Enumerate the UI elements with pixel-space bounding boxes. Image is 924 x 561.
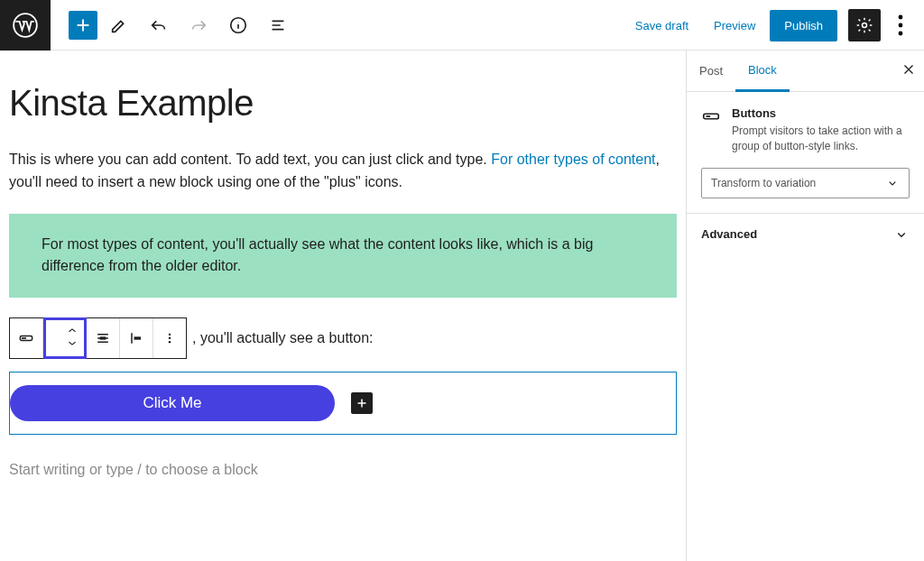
svg-point-16 (169, 334, 171, 336)
callout-text: For most types of content, you'll actual… (42, 236, 593, 274)
block-more-button[interactable] (153, 318, 186, 358)
svg-point-3 (899, 15, 903, 20)
block-description: Prompt visitors to take action with a gr… (732, 124, 910, 155)
plus-icon (354, 395, 370, 411)
plus-icon (73, 15, 93, 35)
settings-sidebar: Post Block Buttons Prompt visitors to ta… (686, 51, 924, 561)
workspace: Kinsta Example This is where you can add… (0, 51, 924, 561)
save-draft-button[interactable]: Save draft (624, 12, 699, 40)
buttons-icon (701, 106, 721, 155)
justify-icon (94, 329, 112, 347)
top-toolbar: Save draft Preview Publish (0, 0, 924, 51)
drag-handle[interactable] (46, 320, 60, 356)
outline-button[interactable] (260, 7, 296, 43)
button-block[interactable]: Click Me (10, 385, 335, 421)
move-up-button[interactable] (66, 325, 79, 338)
svg-point-0 (14, 14, 37, 37)
paragraph-text: This is where you can add content. To ad… (9, 152, 491, 167)
wordpress-icon (13, 13, 38, 38)
publish-button[interactable]: Publish (770, 10, 837, 41)
block-toolbar (9, 317, 187, 359)
editor-canvas[interactable]: Kinsta Example This is where you can add… (0, 51, 686, 561)
preview-button[interactable]: Preview (703, 12, 766, 40)
block-name: Buttons (732, 106, 910, 120)
topbar-right: Save draft Preview Publish (624, 0, 917, 51)
tools-edit-button[interactable] (101, 7, 137, 43)
justify-button[interactable] (87, 318, 120, 358)
block-toolbar-row: , you'll actually see a button: (9, 317, 677, 359)
undo-icon (149, 15, 169, 35)
transform-label: Transform to variation (711, 177, 816, 189)
more-options-button[interactable] (884, 9, 917, 41)
sidebar-close-button[interactable] (901, 61, 917, 80)
undo-button[interactable] (141, 7, 177, 43)
chevron-down-icon (885, 176, 900, 190)
advanced-panel-toggle[interactable]: Advanced (687, 214, 924, 255)
transform-variation-select[interactable]: Transform to variation (701, 168, 910, 198)
svg-point-17 (169, 337, 171, 339)
post-title[interactable]: Kinsta Example (9, 83, 677, 124)
block-info-section: Buttons Prompt visitors to take action w… (687, 92, 924, 214)
block-type-button[interactable] (10, 318, 43, 358)
buttons-block[interactable]: Click Me (9, 372, 677, 435)
chevron-down-icon (893, 226, 910, 243)
redo-button[interactable] (180, 7, 217, 43)
svg-rect-20 (707, 115, 711, 117)
svg-rect-19 (704, 114, 719, 119)
close-icon (901, 61, 917, 78)
add-button-inline[interactable] (351, 392, 373, 414)
redo-icon (189, 15, 208, 35)
tab-block[interactable]: Block (735, 51, 790, 92)
list-icon (268, 15, 288, 35)
block-movers-highlight (43, 317, 87, 359)
svg-rect-14 (100, 337, 106, 340)
buttons-icon (17, 329, 35, 347)
toolbar-adjacent-text: , you'll actually see a button: (192, 330, 374, 346)
callout-block[interactable]: For most types of content, you'll actual… (9, 214, 677, 299)
move-down-button[interactable] (66, 338, 79, 352)
svg-point-2 (863, 23, 867, 28)
more-vertical-icon (161, 329, 179, 347)
align-icon (127, 329, 145, 347)
settings-button[interactable] (848, 9, 881, 41)
align-button[interactable] (120, 318, 153, 358)
pencil-icon (109, 15, 129, 35)
paragraph-link[interactable]: For other types of content (491, 152, 655, 167)
sidebar-tabs: Post Block (687, 51, 924, 92)
svg-point-4 (899, 23, 903, 28)
empty-paragraph-placeholder[interactable]: Start writing or type / to choose a bloc… (9, 462, 677, 478)
tab-post[interactable]: Post (687, 51, 735, 92)
svg-point-18 (169, 341, 171, 343)
chevron-up-icon (66, 325, 79, 336)
svg-rect-15 (134, 337, 142, 340)
info-icon (228, 15, 248, 35)
wordpress-logo[interactable] (0, 0, 51, 51)
info-button[interactable] (220, 7, 256, 43)
more-vertical-icon (884, 9, 917, 41)
paragraph-block[interactable]: This is where you can add content. To ad… (9, 149, 677, 194)
block-inserter-button[interactable] (69, 11, 97, 40)
svg-rect-7 (22, 337, 26, 339)
svg-point-5 (899, 32, 903, 36)
chevron-down-icon (66, 338, 79, 349)
advanced-label: Advanced (701, 227, 757, 241)
gear-icon (855, 16, 873, 34)
block-movers (60, 320, 84, 356)
